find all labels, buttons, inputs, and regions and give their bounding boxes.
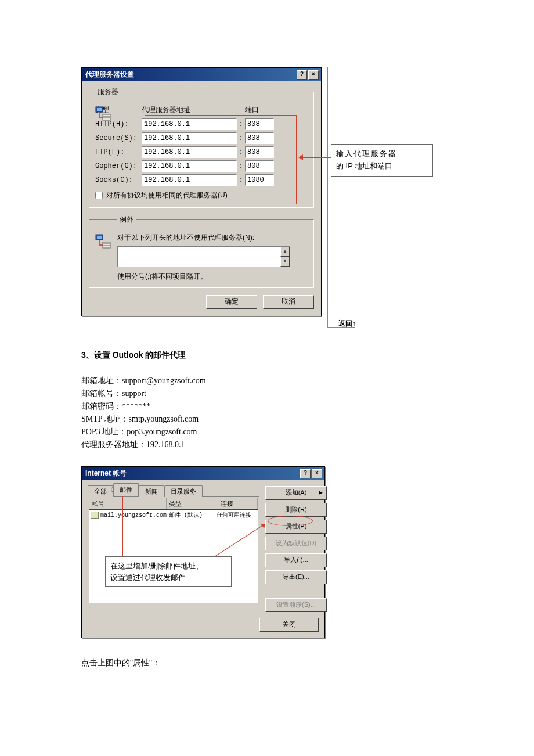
dialog-title: 代理服务器设置 <box>85 70 134 80</box>
info-line: SMTP 地址：smtp.youngzsoft.com <box>81 414 453 424</box>
http-port-input[interactable] <box>245 118 274 130</box>
annotation-callout-1: 输入代理服务器 的 IP 地址和端口 <box>331 144 433 177</box>
annotation-arrowhead <box>298 154 303 160</box>
ok-button[interactable]: 确定 <box>206 295 257 309</box>
annotation-arrow <box>302 157 332 158</box>
exception-note: 对于以下列开头的地址不使用代理服务器(N): <box>117 233 308 243</box>
network-icon <box>95 106 111 123</box>
scroll-up-icon[interactable]: ▲ <box>280 247 290 257</box>
tab-strip: 全部 邮件 新闻 目录服务 <box>88 485 259 496</box>
tab-all[interactable]: 全部 <box>88 485 113 497</box>
exception-group-legend: 例外 <box>117 215 136 225</box>
close-button[interactable]: 关闭 <box>259 618 319 632</box>
info-line: POP3 地址：pop3.youngzsoft.com <box>81 427 453 437</box>
title-bar: 代理服务器设置 ? × <box>82 68 321 81</box>
close-icon[interactable]: × <box>308 70 319 80</box>
same-proxy-label: 对所有协议均使用相同的代理服务器(U) <box>106 190 228 200</box>
info-line: 邮箱帐号：support <box>81 388 453 399</box>
svg-rect-6 <box>97 236 102 239</box>
cell-account: mail.youngzsoft.com <box>100 512 169 519</box>
row-label-ftp: FTP(F): <box>95 148 142 156</box>
col-conn: 连接 <box>218 498 258 509</box>
info-line: 邮箱密码：******* <box>81 401 453 412</box>
export-button[interactable]: 导出(E)... <box>265 570 327 584</box>
annotation-callout-2: 在这里增加/删除邮件地址、 设置通过代理收发邮件 <box>105 556 232 587</box>
exception-textarea[interactable]: ▲ ▼ <box>117 246 290 267</box>
ftp-address-input[interactable] <box>142 146 237 158</box>
gopher-address-input[interactable] <box>142 160 237 172</box>
tab-news[interactable]: 新闻 <box>139 485 164 497</box>
col-addr: 代理服务器地址 <box>142 105 240 115</box>
row-label-secure: Secure(S): <box>95 134 142 142</box>
help-icon[interactable]: ? <box>297 70 307 80</box>
dialog-title: Internet 帐号 <box>85 469 127 478</box>
secure-port-input[interactable] <box>245 132 274 144</box>
col-type: 类型 <box>167 498 218 509</box>
list-header: 帐号 类型 连接 <box>89 498 258 510</box>
secure-address-input[interactable] <box>142 132 237 144</box>
row-label-gopher: Gopher(G): <box>95 162 142 170</box>
gopher-port-input[interactable] <box>245 160 274 172</box>
import-button[interactable]: 导入(I)... <box>265 553 327 567</box>
mail-icon <box>91 512 99 519</box>
scroll-down-icon[interactable]: ▼ <box>280 257 290 267</box>
proxy-settings-dialog: 代理服务器设置 ? × 服务器 <box>81 67 322 316</box>
cell-conn: 任何可用连接 <box>217 511 257 519</box>
chevron-right-icon: ▶ <box>319 487 323 498</box>
info-line: 代理服务器地址：192.168.0.1 <box>81 440 453 450</box>
server-group-legend: 服务器 <box>95 87 121 97</box>
row-label-socks: Socks(C): <box>95 176 142 184</box>
tab-mail[interactable]: 邮件 <box>113 483 139 496</box>
set-default-button: 设为默认值(D) <box>265 537 327 550</box>
section-3: 3、设置 Outlook 的邮件代理 邮箱地址：support@youngzso… <box>81 350 453 450</box>
separator-hint: 使用分号(;)将不同项目隔开。 <box>117 272 308 282</box>
socks-port-input[interactable] <box>245 174 274 186</box>
trailing-note: 点击上图中的"属性"： <box>81 658 453 668</box>
network-icon <box>95 234 111 250</box>
remove-button[interactable]: 删除(R) <box>265 503 327 517</box>
scrollbar[interactable]: ▲ ▼ <box>280 247 290 267</box>
close-icon[interactable]: × <box>312 469 322 478</box>
exception-group: 例外 对于以下列开头的地址不使用代理服务器(N): <box>89 215 314 288</box>
set-order-button: 设置顺序(S)... <box>265 598 327 612</box>
title-bar: Internet 帐号 ? × <box>82 467 324 480</box>
help-icon[interactable]: ? <box>300 469 311 478</box>
http-address-input[interactable] <box>142 118 237 130</box>
properties-button[interactable]: 属性(P) <box>265 520 327 534</box>
col-port: 端口 <box>240 105 274 115</box>
same-proxy-checkbox[interactable] <box>95 192 103 199</box>
col-account: 帐号 <box>89 498 167 509</box>
internet-accounts-dialog: Internet 帐号 ? × 全部 邮件 新闻 目录服务 帐号 类型 连接 <box>81 466 325 638</box>
section-3-heading: 3、设置 Outlook 的邮件代理 <box>81 350 453 361</box>
svg-rect-1 <box>97 108 102 111</box>
back-link[interactable]: 返回↑ <box>338 319 356 329</box>
tab-directory[interactable]: 目录服务 <box>164 485 203 497</box>
annotation-line <box>122 495 123 559</box>
info-line: 邮箱地址：support@youngzsoft.com <box>81 376 453 386</box>
side-column: 返回↑ <box>327 67 355 328</box>
socks-address-input[interactable] <box>142 174 237 186</box>
svg-rect-2 <box>103 114 110 120</box>
cell-type: 邮件 (默认) <box>169 511 217 519</box>
cancel-button[interactable]: 取消 <box>263 295 314 309</box>
list-item[interactable]: mail.youngzsoft.com 邮件 (默认) 任何可用连接 <box>89 510 258 520</box>
svg-rect-7 <box>103 242 110 248</box>
server-group: 服务器 类型 代理服务器地址 <box>89 87 314 208</box>
add-button[interactable]: 添加(A) ▶ <box>265 486 327 500</box>
ftp-port-input[interactable] <box>245 146 274 158</box>
